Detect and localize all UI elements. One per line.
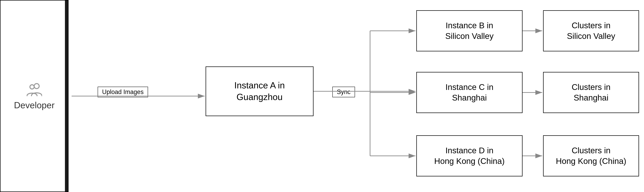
upload-label: Upload Images: [98, 87, 148, 97]
diagram: Developer Instance A inGuangzhou Instanc…: [0, 0, 644, 192]
clusters-shanghai-box: Clusters inShanghai: [543, 72, 639, 113]
instance-silicon-valley-box: Instance B inSilicon Valley: [416, 10, 522, 52]
developer-label: Developer: [14, 82, 54, 110]
clusters-silicon-valley-label: Clusters inSilicon Valley: [567, 20, 615, 42]
instance-shanghai-label: Instance C inShanghai: [446, 82, 494, 103]
instance-hongkong-box: Instance D inHong Kong (China): [416, 135, 522, 176]
instance-guangzhou-label: Instance A inGuangzhou: [234, 80, 285, 103]
svg-point-0: [34, 84, 39, 88]
developer-icon: [26, 82, 42, 97]
sync-label: Sync: [332, 87, 355, 97]
clusters-hongkong-box: Clusters inHong Kong (China): [543, 135, 639, 176]
developer-text-label: Developer: [14, 100, 54, 110]
instance-shanghai-box: Instance C inShanghai: [416, 72, 522, 113]
dev-bar: [65, 0, 68, 192]
instance-hongkong-label: Instance D inHong Kong (China): [434, 145, 505, 167]
instance-silicon-valley-label: Instance B inSilicon Valley: [445, 20, 494, 42]
instance-guangzhou-box: Instance A inGuangzhou: [206, 66, 314, 116]
clusters-hongkong-label: Clusters inHong Kong (China): [556, 145, 626, 167]
svg-point-1: [30, 84, 34, 89]
developer-box: Developer: [0, 0, 68, 192]
clusters-silicon-valley-box: Clusters inSilicon Valley: [543, 10, 639, 52]
clusters-shanghai-label: Clusters inShanghai: [572, 82, 610, 103]
